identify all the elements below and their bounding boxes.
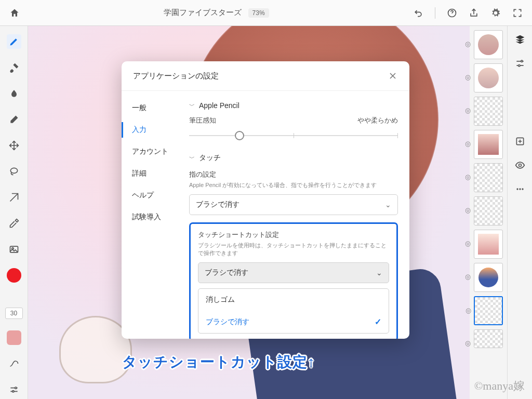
layer-thumb-5[interactable]	[474, 163, 503, 192]
nav-general[interactable]: 一般	[122, 97, 189, 119]
home-icon[interactable]	[9, 8, 20, 18]
image-tool[interactable]	[7, 242, 21, 257]
layer-thumb-10[interactable]	[474, 329, 503, 348]
layer-thumb-1[interactable]	[474, 30, 503, 59]
artwork-hand	[59, 316, 132, 383]
svg-point-11	[519, 188, 521, 190]
gear-icon[interactable]	[490, 8, 501, 18]
svg-point-9	[518, 164, 521, 167]
shortcut-desc: ブラシツールを使用時は、タッチショートカットを押したままにすることで操作できます	[198, 242, 389, 257]
brush-size-input[interactable]: 30	[5, 308, 23, 319]
shortcut-dropdown: 消しゴム ブラシで消す ✓	[198, 288, 389, 334]
adjustments-icon[interactable]	[515, 58, 525, 69]
svg-point-5	[12, 391, 14, 392]
nav-input[interactable]: 入力	[122, 119, 189, 141]
chevron-down-icon: ﹀	[189, 154, 195, 162]
nav-help[interactable]: ヘルプ	[122, 184, 189, 206]
option-label-0: 消しゴム	[206, 295, 235, 304]
layer-thumb-6[interactable]	[474, 196, 503, 225]
smudge-tool[interactable]	[7, 86, 21, 101]
section-touch[interactable]: ﹀ タッチ	[189, 149, 398, 167]
finger-label: 指の設定	[189, 170, 398, 179]
svg-point-12	[522, 188, 523, 190]
finger-select-value: ブラシで消す	[196, 200, 240, 209]
paint-tool[interactable]	[7, 60, 21, 75]
secondary-swatch[interactable]	[7, 330, 21, 345]
layer-thumb-8[interactable]	[474, 263, 503, 292]
close-icon[interactable]	[388, 71, 398, 81]
share-icon[interactable]	[469, 8, 479, 18]
section-title-2: タッチ	[199, 153, 221, 163]
curve-tool[interactable]	[7, 356, 21, 371]
option-label-1: ブラシで消す	[206, 317, 249, 327]
svg-point-6	[521, 60, 522, 62]
layer-thumb-7[interactable]	[474, 230, 503, 259]
finger-select[interactable]: ブラシで消す ⌄	[189, 194, 398, 215]
top-toolbar: 学園ファイブスターズ 73%	[0, 0, 532, 26]
layer-thumb-3[interactable]	[474, 97, 503, 126]
title-text: 学園ファイブスターズ	[164, 8, 242, 17]
modal-nav: 一般 入力 アカウント 詳細 ヘルプ 試験導入	[122, 91, 189, 339]
move-tool[interactable]	[7, 138, 21, 153]
modal-header: アプリケーションの設定	[122, 61, 409, 91]
nav-account[interactable]: アカウント	[122, 141, 189, 163]
layer-thumb-4[interactable]	[474, 130, 503, 159]
section-apple-pencil[interactable]: ﹀ Apple Pencil	[189, 97, 398, 114]
dropdown-option-eraser[interactable]: 消しゴム	[198, 289, 389, 311]
slider-left-label: 筆圧感知	[189, 116, 216, 125]
layers-icon[interactable]	[515, 34, 525, 45]
separator	[435, 7, 435, 19]
nav-detail[interactable]: 詳細	[122, 163, 189, 184]
layer-panel	[470, 26, 507, 399]
sliders-icon[interactable]	[7, 382, 21, 397]
zoom-badge[interactable]: 73%	[248, 8, 269, 18]
dropdown-option-brush-erase[interactable]: ブラシで消す ✓	[198, 311, 389, 333]
shortcut-label: タッチショートカット設定	[198, 230, 389, 240]
svg-point-1	[10, 168, 17, 173]
layer-thumb-2[interactable]	[474, 63, 503, 92]
watermark-text: ©manya嫁	[474, 378, 525, 394]
more-icon[interactable]	[515, 184, 525, 194]
check-icon: ✓	[375, 317, 381, 327]
right-tool-rail	[507, 26, 532, 399]
svg-point-7	[518, 65, 520, 66]
left-tool-rail: 30	[0, 26, 28, 399]
foreground-color[interactable]	[7, 268, 21, 283]
eyedropper-tool[interactable]	[7, 216, 21, 231]
eraser-tool[interactable]	[7, 112, 21, 127]
shortcut-highlight-box: タッチショートカット設定 ブラシツールを使用時は、タッチショートカットを押したま…	[189, 222, 398, 339]
nav-experimental[interactable]: 試験導入	[122, 206, 189, 228]
chevron-down-icon: ⌄	[376, 269, 382, 277]
finger-desc: Apple Pencil が有効になっている場合、指でも操作を行うことができます	[189, 181, 398, 189]
chevron-down-icon: ⌄	[385, 201, 391, 209]
visibility-icon[interactable]	[515, 160, 525, 170]
annotation-text: タッチショートカット設定↑	[122, 352, 315, 372]
section-title-1: Apple Pencil	[199, 101, 240, 110]
brush-tool[interactable]	[7, 34, 21, 49]
lasso-tool[interactable]	[7, 164, 21, 179]
pressure-slider[interactable]	[189, 128, 398, 143]
chevron-down-icon: ﹀	[189, 102, 195, 110]
layer-thumb-9[interactable]	[474, 296, 503, 325]
settings-modal: アプリケーションの設定 一般 入力 アカウント 詳細 ヘルプ 試験導入 ﹀ Ap…	[122, 61, 409, 339]
shortcut-select-value: ブラシで消す	[205, 268, 248, 277]
modal-title: アプリケーションの設定	[133, 71, 219, 81]
svg-point-10	[516, 188, 518, 190]
transform-tool[interactable]	[7, 190, 21, 205]
document-title: 学園ファイブスターズ 73%	[29, 8, 404, 18]
slider-right-label: やや柔らかめ	[357, 116, 398, 125]
add-icon[interactable]	[515, 136, 525, 147]
shortcut-select[interactable]: ブラシで消す ⌄	[198, 262, 389, 283]
modal-content: ﹀ Apple Pencil 筆圧感知 やや柔らかめ ﹀ タッチ 指の設定 Ap…	[189, 91, 409, 339]
svg-point-4	[15, 387, 16, 389]
help-icon[interactable]	[447, 8, 457, 18]
undo-icon[interactable]	[413, 8, 423, 18]
fullscreen-icon[interactable]	[512, 8, 523, 18]
